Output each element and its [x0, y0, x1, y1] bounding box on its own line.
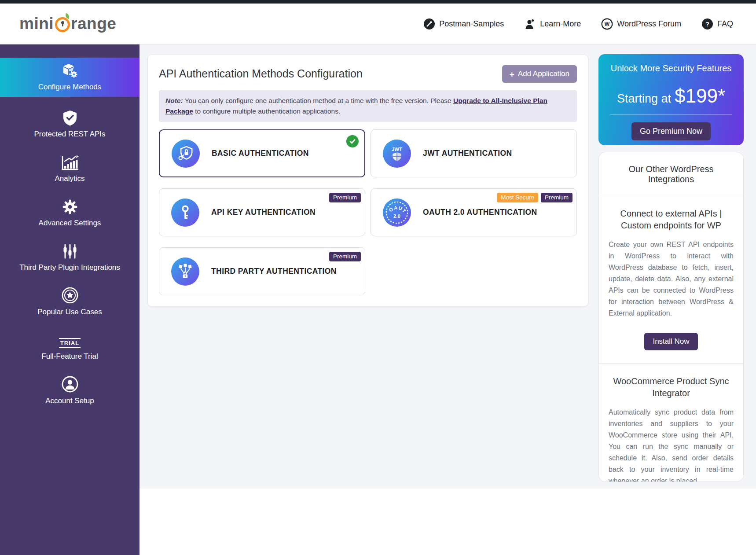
configured-check-icon [346, 135, 359, 147]
miniorange-logo: mini range [19, 15, 116, 33]
nav-faq[interactable]: ? FAQ [701, 18, 733, 30]
install-now-button[interactable]: Install Now [644, 333, 697, 350]
premium-badge: Premium [329, 193, 361, 202]
free-version-note: Note: You can only configure one authent… [159, 90, 577, 122]
logo-text-range: range [71, 15, 116, 33]
faq-icon: ? [701, 18, 713, 30]
svg-text:2.0: 2.0 [393, 213, 400, 219]
most-secure-badge: Most Secure [497, 193, 538, 202]
analytics-chart-icon [61, 154, 79, 170]
sidebar-item-label: Analytics [55, 174, 84, 183]
postman-icon [423, 18, 435, 30]
auth-methods-panel: API Authentication Methods Configuration… [147, 54, 588, 307]
auth-card-label: API KEY AUTHENTICATION [211, 208, 316, 217]
auth-card-basic[interactable]: BASIC AUTHENTICATION [159, 129, 365, 177]
integration-woocommerce-section: WooCommerce Product Sync Integrator Auto… [599, 364, 743, 482]
sidebar-item-label: Advanced Settings [39, 219, 101, 228]
auth-methods-grid: BASIC AUTHENTICATION JWT JWT AUTHENTICAT… [159, 129, 577, 295]
header: mini range Postman-Samples Learn-More W … [0, 4, 756, 44]
sidebar-item-label: Account Setup [45, 397, 94, 405]
other-integrations-card: Our Other WordPress Integrations Connect… [598, 152, 744, 482]
integration-description: Automatically sync product data from inv… [609, 407, 734, 482]
nav-wordpress-forum[interactable]: W WordPress Forum [601, 18, 681, 30]
gear-icon [62, 199, 78, 215]
sidebar-item-label: Configure Methods [38, 83, 102, 92]
sidebar-item-configure-methods[interactable]: Configure Methods [0, 58, 139, 97]
wordpress-icon: W [601, 18, 613, 30]
oauth-badge-icon: OAUTH 2.0 [383, 198, 411, 227]
sidebar-item-third-party-plugin-integrations[interactable]: Third Party Plugin Integrations [0, 235, 139, 280]
orange-keyhole-icon [55, 17, 70, 32]
sidebar-item-label: Protected REST APIs [34, 130, 105, 139]
sidebar-item-protected-rest-apis[interactable]: Protected REST APIs [0, 102, 139, 147]
premium-badge: Premium [329, 252, 361, 261]
auth-card-api-key[interactable]: API KEY AUTHENTICATION Premium [159, 188, 365, 236]
star-badge-icon [62, 288, 78, 304]
sidebar-item-label: Third Party Plugin Integrations [19, 263, 120, 272]
cube-gear-icon [61, 63, 79, 79]
top-nav: Postman-Samples Learn-More W WordPress F… [423, 18, 733, 30]
integration-custom-api-section: Connect to external APIs | Custom endpoi… [599, 196, 743, 364]
auth-card-third-party[interactable]: THIRD PARTY AUTHENTICATION Premium [159, 247, 365, 295]
add-application-button[interactable]: + Add Application [502, 65, 577, 83]
admin-top-bar [0, 0, 756, 4]
sidebar-item-analytics[interactable]: Analytics [0, 147, 139, 191]
sliders-icon [62, 243, 77, 259]
sidebar-item-full-feature-trial[interactable]: TRIAL Full-Feature Trial [0, 324, 139, 369]
person-circle-icon [62, 377, 78, 393]
sidebar-item-advanced-settings[interactable]: Advanced Settings [0, 191, 139, 235]
go-premium-button[interactable]: Go Premium Now [631, 122, 711, 140]
nav-learn-more[interactable]: Learn-More [524, 18, 581, 30]
jwt-shield-icon: JWT [383, 140, 411, 168]
sidebar-item-account-setup[interactable]: Account Setup [0, 369, 139, 413]
divider [610, 114, 732, 115]
auth-card-label: BASIC AUTHENTICATION [212, 149, 309, 158]
nav-postman-samples[interactable]: Postman-Samples [423, 18, 504, 30]
trial-icon: TRIAL [59, 332, 81, 348]
sidebar-item-label: Full-Feature Trial [41, 352, 98, 361]
premium-offer-card: Unlock More Security Features Starting a… [598, 54, 744, 145]
integration-description: Create your own REST API endpoints in Wo… [609, 239, 734, 320]
auth-card-oauth[interactable]: OAUTH 2.0 OAUTH 2.0 AUTHENTICATION Most … [371, 188, 577, 236]
integration-heading: WooCommerce Product Sync Integrator [609, 375, 734, 399]
shield-lock-icon [172, 140, 200, 168]
key-icon [171, 198, 199, 227]
integrations-title: Our Other WordPress Integrations [599, 152, 743, 196]
sidebar-item-label: Popular Use Cases [37, 308, 102, 316]
svg-text:JWT: JWT [392, 146, 402, 151]
premium-price: Starting at$199* [598, 85, 744, 107]
sidebar-item-popular-use-cases[interactable]: Popular Use Cases [0, 280, 139, 324]
svg-text:?: ? [705, 20, 709, 28]
network-hub-icon [171, 257, 199, 286]
shield-check-icon [62, 110, 77, 126]
sidebar: Configure Methods Protected REST APIs An… [0, 44, 139, 555]
auth-card-label: JWT AUTHENTICATION [423, 149, 512, 158]
logo-text-mini: mini [19, 15, 54, 33]
auth-card-label: OAUTH 2.0 AUTHENTICATION [423, 208, 537, 217]
plus-icon: + [510, 70, 514, 78]
integration-heading: Connect to external APIs | Custom endpoi… [609, 208, 734, 232]
premium-offer-title: Unlock More Security Features [598, 63, 744, 74]
premium-badge: Premium [541, 193, 573, 202]
svg-text:W: W [605, 21, 610, 27]
page-title: API Authentication Methods Configuration [159, 65, 363, 80]
auth-card-label: THIRD PARTY AUTHENTICATION [211, 267, 337, 276]
learn-more-icon [524, 18, 536, 30]
auth-card-jwt[interactable]: JWT JWT AUTHENTICATION [371, 129, 577, 177]
